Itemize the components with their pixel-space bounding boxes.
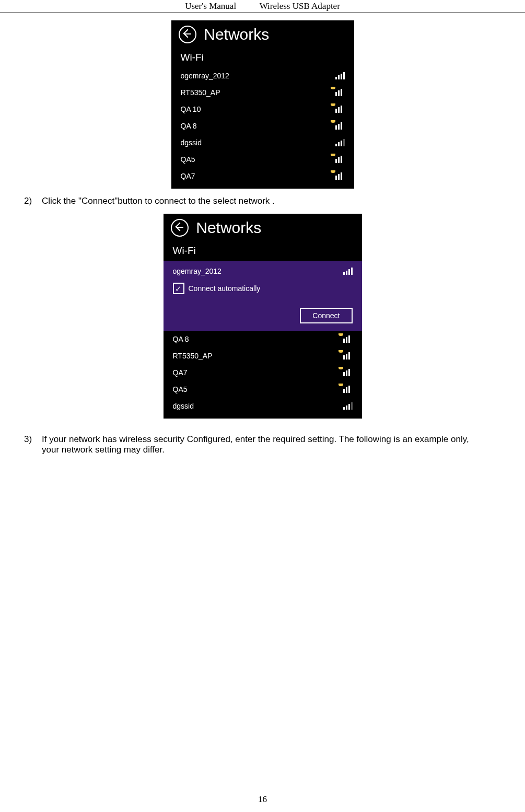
network-ssid: QA5	[181, 155, 195, 164]
network-item[interactable]: QA 8	[171, 118, 354, 134]
back-icon[interactable]	[179, 26, 196, 43]
network-ssid: dgssid	[181, 138, 202, 147]
wifi-section-label: Wi-Fi	[173, 245, 362, 257]
network-item[interactable]: QA7	[171, 168, 354, 184]
connect-automatically-checkbox[interactable]: ✓	[173, 283, 184, 294]
signal-icon	[343, 369, 353, 376]
signal-icon	[335, 172, 345, 180]
header-right: Wireless USB Adapter	[260, 1, 340, 11]
network-ssid: RT5350_AP	[173, 352, 213, 360]
network-ssid: QA 8	[173, 335, 189, 343]
signal-icon	[335, 89, 345, 96]
signal-icon	[343, 352, 353, 359]
network-ssid: ogemray_2012	[181, 72, 229, 80]
header-left: User's Manual	[185, 1, 236, 11]
network-ssid: dgssid	[173, 402, 194, 410]
connect-automatically-label: Connect automatically	[189, 284, 261, 293]
signal-icon	[335, 156, 345, 163]
signal-icon	[343, 268, 353, 275]
network-ssid: QA 10	[181, 105, 201, 113]
step-3: 3) If your network has wireless security…	[24, 434, 483, 455]
page-header: User's Manual Wireless USB Adapter	[0, 0, 525, 13]
network-item[interactable]: QA7	[164, 364, 362, 381]
network-ssid: QA7	[173, 368, 188, 377]
network-item[interactable]: dgssid	[171, 134, 354, 151]
page-number: 16	[0, 794, 525, 805]
network-item[interactable]: dgssid	[164, 398, 362, 414]
networks-panel-2: Networks Wi-Fi ogemray_2012 ✓ Connect au…	[164, 214, 362, 419]
selected-network[interactable]: ogemray_2012 ✓ Connect automatically Con…	[164, 261, 362, 331]
network-ssid: QA 8	[181, 122, 197, 130]
wifi-section-label: Wi-Fi	[181, 52, 354, 63]
step-number: 2)	[24, 196, 42, 206]
network-ssid: RT5350_AP	[181, 88, 220, 97]
network-item[interactable]: RT5350_AP	[171, 84, 354, 101]
step-2: 2) Click the "Connect"button to connect …	[24, 196, 483, 206]
network-ssid: QA7	[181, 172, 195, 180]
back-icon[interactable]	[171, 219, 189, 237]
network-item[interactable]: ogemray_2012	[171, 67, 354, 84]
networks-panel-1: Networks Wi-Fi ogemray_2012RT5350_APQA 1…	[171, 20, 354, 189]
network-item[interactable]: QA5	[164, 381, 362, 398]
network-item[interactable]: QA 10	[171, 101, 354, 118]
network-item[interactable]: RT5350_AP	[164, 347, 362, 364]
signal-icon	[343, 386, 353, 393]
signal-icon	[335, 106, 345, 113]
network-ssid: ogemray_2012	[173, 267, 221, 275]
network-ssid: QA5	[173, 385, 188, 393]
signal-icon	[343, 335, 353, 343]
step-number: 3)	[24, 434, 42, 455]
step-text: Click the "Connect"button to connect to …	[42, 196, 483, 206]
network-item[interactable]: QA5	[171, 151, 354, 168]
panel-title: Networks	[204, 26, 269, 43]
signal-icon	[335, 72, 345, 79]
network-item[interactable]: QA 8	[164, 331, 362, 347]
signal-icon	[335, 139, 345, 146]
panel-title: Networks	[196, 219, 261, 237]
connect-button[interactable]: Connect	[300, 308, 352, 323]
signal-icon	[343, 402, 353, 410]
signal-icon	[335, 122, 345, 130]
step-text: If your network has wireless security Co…	[42, 434, 483, 455]
